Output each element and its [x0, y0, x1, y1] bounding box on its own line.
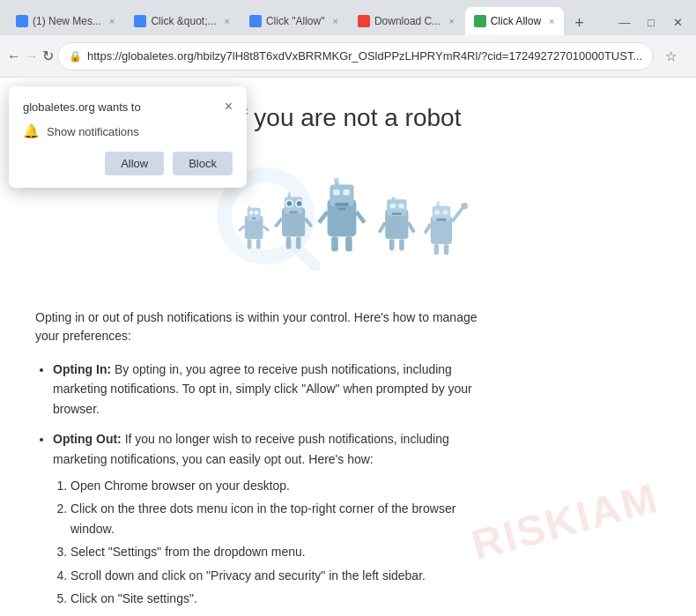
tab-close-button[interactable]: ×	[224, 16, 229, 26]
sub-list-item: Scroll down and click on "Privacy and se…	[70, 566, 493, 585]
browser-window: (1) New Mes...×Click &quot;...×Click "Al…	[0, 0, 696, 616]
tab-favicon	[134, 15, 146, 27]
svg-rect-34	[345, 236, 352, 251]
svg-line-19	[276, 219, 283, 226]
toolbar: ← → ↻ 🔒 https://globaletes.org/hbilzy7lH…	[0, 35, 696, 78]
svg-rect-46	[392, 197, 396, 202]
svg-line-42	[380, 223, 386, 233]
sub-list-item: Select "Settings" from the dropdown menu…	[70, 542, 493, 561]
svg-rect-9	[248, 239, 252, 249]
svg-rect-5	[255, 211, 258, 214]
svg-line-7	[239, 226, 245, 231]
tab-bar: (1) New Mes...×Click &quot;...×Click "Al…	[0, 0, 696, 35]
address-text: https://globaletes.org/hbilzy7lH8t8T6xdV…	[87, 49, 642, 63]
svg-rect-22	[296, 236, 301, 249]
svg-point-24	[288, 192, 292, 196]
svg-line-43	[408, 223, 414, 233]
svg-rect-33	[331, 236, 338, 251]
svg-rect-50	[443, 210, 448, 214]
svg-rect-11	[248, 206, 251, 211]
reload-icon: ↻	[42, 48, 54, 64]
robots-svg	[207, 150, 489, 282]
svg-point-58	[436, 201, 440, 204]
svg-rect-18	[289, 211, 297, 213]
list-item: Opting In: By opting in, you agree to re…	[53, 360, 493, 419]
svg-point-17	[297, 201, 302, 206]
svg-rect-27	[333, 189, 340, 196]
popup-title: globaletes.org wants to	[23, 100, 141, 114]
popup-notification-row: 🔔 Show notifications	[23, 123, 233, 139]
tab-label: Click &quot;...	[151, 15, 216, 27]
lock-icon: 🔒	[69, 50, 82, 63]
svg-rect-6	[252, 218, 255, 219]
tab-label: Click "Allow"	[266, 15, 325, 27]
svg-rect-49	[434, 210, 440, 214]
page-content: globaletes.org wants to × 🔔 Show notific…	[0, 78, 696, 616]
tab-favicon	[474, 15, 486, 27]
tab-label: Click Allow	[491, 15, 541, 27]
tab-close-button[interactable]: ×	[109, 16, 115, 26]
download-button[interactable]: ⬇	[687, 43, 696, 70]
main-list: Opting In: By opting in, you agree to re…	[35, 360, 493, 616]
maximize-button[interactable]: □	[640, 12, 663, 32]
tab-favicon	[249, 15, 262, 27]
svg-rect-39	[390, 204, 396, 209]
bookmark-button[interactable]: ☆	[657, 43, 684, 70]
svg-rect-51	[436, 219, 446, 221]
svg-rect-28	[343, 189, 350, 196]
tab-favicon	[358, 15, 370, 27]
forward-icon: →	[25, 48, 39, 64]
svg-rect-40	[398, 204, 404, 209]
popup-header: globaletes.org wants to ×	[23, 99, 233, 115]
notification-popup: globaletes.org wants to × 🔔 Show notific…	[9, 86, 247, 188]
browser-tab-tab-5[interactable]: Click Allow×	[465, 7, 564, 35]
svg-rect-45	[399, 239, 404, 250]
svg-point-36	[334, 178, 339, 183]
browser-tab-tab-1[interactable]: (1) New Mes...×	[7, 7, 123, 35]
svg-line-31	[319, 212, 327, 222]
tab-favicon	[16, 15, 28, 27]
back-icon: ←	[7, 48, 21, 64]
close-window-button[interactable]: ✕	[666, 12, 689, 32]
popup-close-button[interactable]: ×	[225, 99, 233, 115]
tab-close-button[interactable]: ×	[448, 16, 454, 26]
block-button[interactable]: Block	[173, 152, 233, 175]
svg-rect-4	[249, 211, 253, 214]
allow-button[interactable]: Allow	[105, 152, 164, 175]
browser-tab-tab-3[interactable]: Click "Allow"×	[241, 7, 347, 35]
address-bar[interactable]: 🔒 https://globaletes.org/hbilzy7lH8t8T6x…	[57, 42, 654, 71]
back-button[interactable]: ←	[7, 43, 21, 70]
sub-list-item: Under "Permissions", click on "Notificat…	[70, 612, 493, 616]
popup-buttons: Allow Block	[23, 152, 233, 175]
minimize-button[interactable]: —	[613, 12, 636, 32]
tab-close-button[interactable]: ×	[332, 16, 337, 26]
svg-rect-21	[286, 236, 292, 249]
sub-list-item: Open Chrome browser on your desktop.	[70, 476, 493, 495]
sub-list: Open Chrome browser on your desktop.Clic…	[53, 476, 493, 616]
sub-list-item: Click on "Site settings".	[70, 589, 493, 608]
tab-label: (1) New Mes...	[33, 15, 101, 27]
bell-icon: 🔔	[23, 123, 40, 139]
svg-line-32	[356, 212, 364, 222]
new-tab-button[interactable]: +	[567, 11, 592, 35]
intro-text: Opting in or out of push notifications i…	[35, 308, 493, 345]
list-item: Opting Out: If you no longer wish to rec…	[53, 429, 493, 616]
reload-button[interactable]: ↻	[42, 43, 54, 70]
svg-point-53	[461, 203, 468, 210]
svg-line-52	[452, 208, 463, 222]
browser-tab-tab-4[interactable]: Download C...×	[349, 7, 463, 35]
svg-rect-56	[444, 244, 449, 255]
svg-rect-41	[392, 212, 402, 215]
popup-notification-text: Show notifications	[47, 125, 139, 138]
tab-close-button[interactable]: ×	[549, 16, 554, 26]
svg-line-54	[425, 224, 431, 233]
svg-rect-10	[256, 239, 261, 249]
svg-rect-55	[434, 244, 440, 255]
forward-button[interactable]: →	[25, 43, 39, 70]
svg-rect-30	[338, 208, 345, 211]
toolbar-right: ☆ ⬇ 👤 ⋮	[657, 43, 696, 70]
svg-point-16	[287, 201, 292, 206]
browser-tab-tab-2[interactable]: Click &quot;...×	[125, 7, 238, 35]
star-icon: ☆	[665, 48, 677, 64]
tab-label: Download C...	[374, 15, 441, 27]
